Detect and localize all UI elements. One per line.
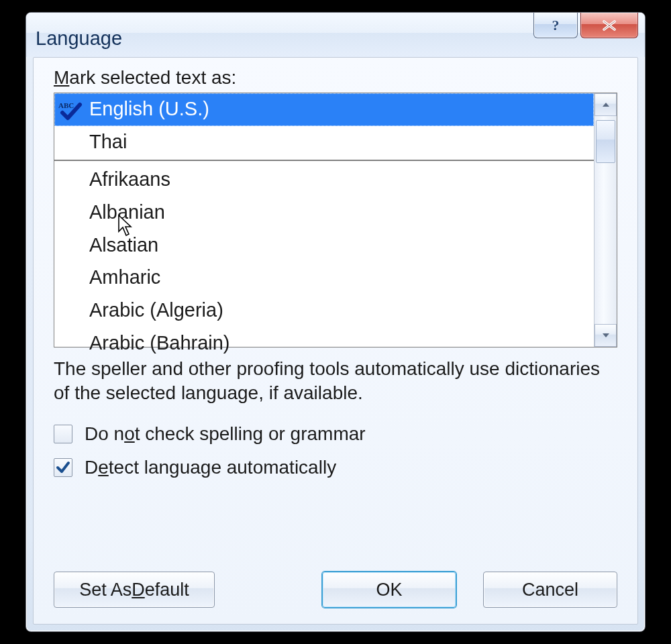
checkmark-icon [56,460,70,475]
description-text: The speller and other proofing tools aut… [54,357,617,406]
language-name: English (U.S.) [89,98,209,119]
do-not-check-spelling-label: Do not check spelling or grammar [85,423,366,445]
detect-language-row[interactable]: Detect language automatically [54,457,617,478]
detect-language-checkbox[interactable] [54,458,72,477]
do-not-check-spelling-checkbox[interactable] [54,425,72,443]
client-area: Mark selected text as: ABCEnglish (U.S.)… [33,57,638,625]
language-listbox[interactable]: ABCEnglish (U.S.)ThaiAfrikaansAlbanianAl… [54,93,617,347]
spellcheck-icon: ABC [58,101,83,118]
scroll-thumb[interactable] [596,120,615,163]
cancel-button[interactable]: Cancel [483,572,617,608]
language-name: Afrikaans [89,168,170,190]
titlebar[interactable]: Language ? [26,13,645,57]
language-list-item[interactable]: Afrikaans [54,164,594,197]
close-button[interactable] [580,13,638,38]
language-name: Thai [89,131,127,152]
mark-selected-label: Mark selected text as: [54,67,617,89]
ok-button[interactable]: OK [322,572,456,608]
language-list-item[interactable]: Thai [54,126,594,159]
button-row: Set As Default OK Cancel [54,572,617,608]
set-as-default-button[interactable]: Set As Default [54,572,215,608]
svg-text:ABC: ABC [58,101,74,109]
language-separator [54,160,594,161]
help-button[interactable]: ? [533,13,578,38]
language-list-item[interactable]: Arabic (Algeria) [54,294,594,327]
close-icon [599,19,620,32]
language-list-item[interactable]: Amharic [54,262,594,294]
do-not-check-spelling-row[interactable]: Do not check spelling or grammar [54,423,617,445]
language-dialog: Language ? Mark se [25,12,646,632]
language-name: Arabic (Algeria) [89,299,223,321]
chevron-down-icon [601,332,611,339]
language-name: Alsatian [89,234,158,256]
language-list-item[interactable]: Arabic (Bahrain) [54,327,594,360]
window-title: Language [36,28,122,50]
scroll-down-button[interactable] [595,324,617,347]
help-icon: ? [552,17,560,34]
scroll-up-button[interactable] [595,93,617,116]
chevron-up-icon [601,101,611,108]
language-name: Albanian [89,201,165,223]
language-list-item[interactable]: Alsatian [54,229,594,262]
detect-language-label: Detect language automatically [85,457,336,478]
language-name: Arabic (Bahrain) [89,332,230,354]
language-list-item[interactable]: Albanian [54,197,594,229]
language-list-item[interactable]: ABCEnglish (U.S.) [54,93,594,126]
scrollbar[interactable] [594,93,617,347]
language-name: Amharic [89,266,160,288]
